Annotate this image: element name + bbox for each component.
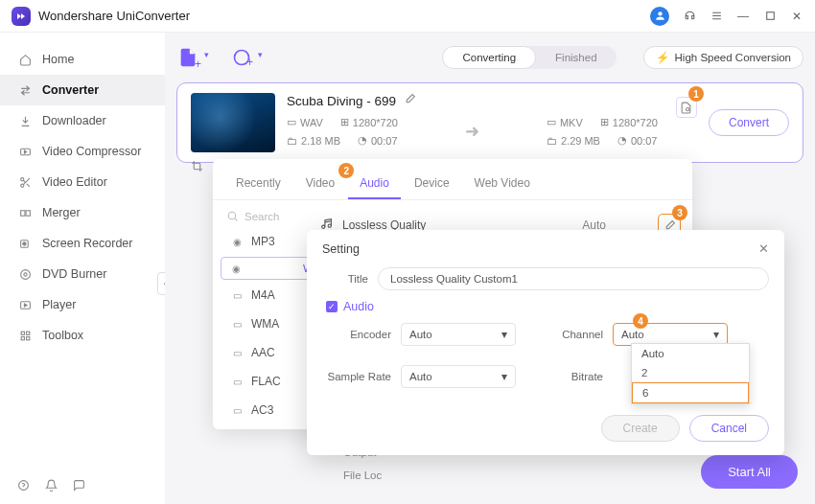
sidebar-item-label: Home (42, 53, 74, 66)
sidebar-item-home[interactable]: Home (0, 44, 165, 75)
add-file-button[interactable]: +▾ (176, 46, 199, 69)
tab-audio[interactable]: Audio (348, 169, 401, 199)
step-badge-4: 4 (633, 313, 648, 329)
home-icon (17, 52, 33, 67)
support-icon[interactable] (683, 10, 696, 23)
sidebar-item-label: Converter (42, 83, 99, 97)
channel-dropdown: Auto 2 6 (631, 343, 750, 404)
help-icon[interactable] (17, 479, 30, 494)
format-search-input[interactable]: Search (221, 206, 301, 226)
user-avatar-icon[interactable] (650, 7, 669, 26)
bell-icon[interactable] (45, 479, 58, 494)
dst-format: ▭ MKV (547, 116, 583, 128)
file-icon: ▭ (230, 346, 244, 359)
crop-icon[interactable] (191, 160, 203, 175)
svg-point-19 (228, 212, 236, 219)
sidebar-item-compressor[interactable]: Video Compressor (0, 136, 165, 167)
tab-video[interactable]: Video2 (294, 169, 346, 199)
tab-finished[interactable]: Finished (536, 46, 616, 69)
sidebar-item-editor[interactable]: Video Editor (0, 167, 165, 197)
svg-point-16 (19, 481, 29, 491)
video-thumbnail[interactable] (191, 93, 275, 152)
src-res: ⊞ 1280*720 (340, 116, 398, 128)
sidebar-item-toolbox[interactable]: Toolbox (0, 320, 165, 351)
tab-converting[interactable]: Converting (442, 46, 536, 69)
sidebar-item-player[interactable]: Player (0, 289, 165, 320)
channel-option-2[interactable]: 2 (632, 363, 749, 382)
svg-point-9 (20, 269, 30, 279)
edit-name-icon[interactable] (404, 93, 416, 108)
file-card[interactable]: Scuba Diving - 699 ▭ WAV⊞ 1280*720 🗀 2.1… (176, 82, 803, 163)
svg-point-10 (23, 272, 26, 275)
channel-option-auto[interactable]: Auto (632, 344, 749, 363)
file-icon: ▭ (230, 375, 244, 388)
disc-icon: ◉ (229, 262, 243, 275)
svg-point-8 (22, 241, 25, 244)
encoder-select[interactable]: Auto▾ (401, 323, 516, 346)
svg-rect-1 (766, 12, 774, 20)
settings-dialog: Setting✕ Title ✓Audio EncoderAuto▾ Chann… (307, 230, 784, 455)
feedback-icon[interactable] (73, 479, 85, 494)
create-button[interactable]: Create (601, 415, 680, 442)
minimize-icon[interactable]: — (736, 10, 750, 23)
sidebar-item-label: Screen Recorder (42, 237, 133, 250)
bitrate-label: Bitrate (557, 371, 603, 382)
svg-rect-15 (26, 336, 29, 339)
format-wma[interactable]: ▭WMA (221, 310, 301, 337)
convert-button[interactable]: Convert (709, 109, 789, 136)
title-input[interactable] (378, 267, 769, 290)
sidebar-item-recorder[interactable]: Screen Recorder (0, 228, 165, 259)
dst-size: 🗀 2.29 MB (547, 134, 600, 147)
svg-point-3 (20, 177, 23, 180)
format-ac3[interactable]: ▭AC3 (221, 397, 301, 424)
menu-icon[interactable] (710, 10, 723, 23)
arrow-icon: ➜ (465, 121, 479, 142)
svg-rect-12 (21, 332, 24, 334)
maximize-icon[interactable] (763, 10, 777, 23)
format-m4a[interactable]: ▭M4A (221, 282, 301, 309)
dst-res: ⊞ 1280*720 (600, 116, 658, 128)
record-icon (17, 236, 33, 251)
start-all-button[interactable]: Start All (701, 455, 798, 489)
sidebar-item-label: Video Editor (42, 175, 107, 189)
sidebar-item-converter[interactable]: Converter (0, 75, 165, 105)
checkbox-checked-icon[interactable]: ✓ (326, 301, 338, 312)
sidebar-item-downloader[interactable]: Downloader (0, 105, 165, 136)
titlebar: Wondershare UniConverter — ✕ (0, 0, 815, 33)
output-format-button[interactable]: 1 (676, 97, 697, 118)
samplerate-select[interactable]: Auto▾ (401, 365, 516, 388)
tab-recently[interactable]: Recently (224, 169, 292, 199)
audio-section-header: ✓Audio (326, 300, 769, 313)
format-mp3[interactable]: ◉MP3 (221, 228, 301, 255)
sidebar-item-label: Toolbox (42, 329, 83, 342)
svg-point-21 (328, 224, 331, 227)
tab-device[interactable]: Device (403, 169, 461, 199)
sidebar-item-label: Video Compressor (42, 145, 141, 158)
channel-option-6[interactable]: 6 (632, 382, 749, 403)
play-icon (17, 297, 33, 312)
sidebar-item-label: Merger (42, 206, 81, 219)
src-size: 🗀 2.18 MB (287, 134, 340, 147)
file-name: Scuba Diving - 699 (287, 94, 396, 108)
sidebar-item-label: DVD Burner (42, 267, 106, 281)
sidebar-item-dvd[interactable]: DVD Burner (0, 259, 165, 289)
close-icon[interactable]: ✕ (790, 10, 803, 23)
close-settings-icon[interactable]: ✕ (758, 241, 769, 256)
sidebar-item-merger[interactable]: Merger (0, 197, 165, 228)
status-segment: Converting Finished (442, 46, 616, 69)
encoder-label: Encoder (322, 329, 391, 340)
settings-title: Setting (322, 242, 360, 256)
app-logo (12, 7, 31, 26)
file-icon: ▭ (230, 288, 244, 302)
add-folder-button[interactable]: +▾ (230, 46, 253, 69)
format-flac[interactable]: ▭FLAC (221, 368, 301, 395)
format-aac[interactable]: ▭AAC (221, 339, 301, 366)
sidebar-item-label: Player (42, 298, 76, 311)
tab-webvideo[interactable]: Web Video (463, 169, 542, 199)
compress-icon (17, 144, 33, 159)
sidebar-item-label: Downloader (42, 114, 106, 127)
cancel-button[interactable]: Cancel (689, 415, 769, 442)
app-title: Wondershare UniConverter (38, 9, 190, 23)
high-speed-toggle[interactable]: ⚡High Speed Conversion (643, 46, 803, 69)
svg-rect-6 (26, 210, 30, 215)
